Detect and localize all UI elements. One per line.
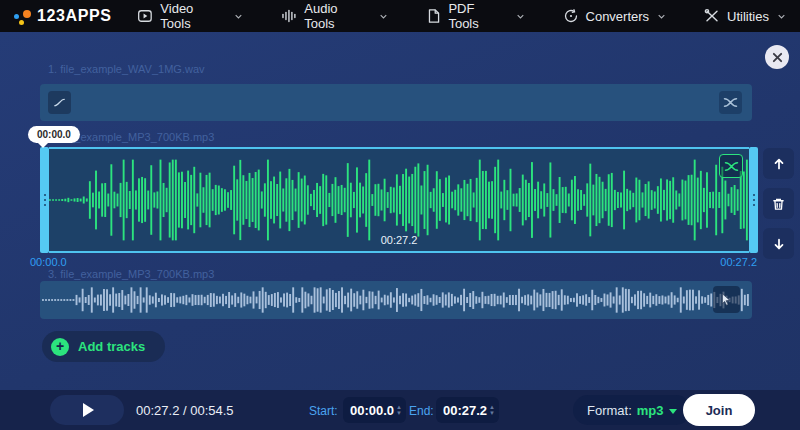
- handle-grip-dots: [753, 194, 755, 206]
- track-2-end-time: 00:27.2: [720, 256, 757, 268]
- format-value: mp3: [637, 403, 664, 418]
- crossfade-icon: [723, 96, 738, 109]
- pdf-tools-icon: [426, 8, 442, 24]
- track-3-row[interactable]: [40, 281, 752, 319]
- chevron-down-icon: [657, 12, 666, 21]
- chevron-down-icon: [234, 12, 243, 21]
- nav-item-label: Utilities: [727, 9, 769, 24]
- nav-item-label: PDF Tools: [448, 1, 507, 31]
- crossfade-button[interactable]: [719, 91, 742, 114]
- stepper-up-icon[interactable]: ▲: [396, 405, 402, 410]
- track-3-hover-button[interactable]: [713, 286, 740, 313]
- converters-icon: [563, 8, 579, 24]
- chevron-down-icon: [669, 409, 677, 414]
- start-time-box: ▲▼: [343, 397, 406, 423]
- track-1-row[interactable]: [40, 84, 752, 121]
- stepper-up-icon[interactable]: ▲: [489, 405, 495, 410]
- crossfade-button-active[interactable]: [719, 154, 743, 178]
- close-button[interactable]: [765, 45, 789, 69]
- format-label: Format:: [587, 403, 632, 418]
- utilities-icon: [704, 8, 720, 24]
- nav-converters[interactable]: Converters: [563, 8, 667, 24]
- end-time-box: ▲▼: [436, 397, 499, 423]
- bottom-toolbar: 00:27.2 / 00:54.5 Start: ▲▼ End: ▲▼ Form…: [0, 390, 800, 430]
- nav-video-tools[interactable]: Video Tools: [137, 1, 243, 31]
- nav-menu: Video Tools Audio Tools PDF Tools: [137, 1, 786, 31]
- cursor-icon: [720, 293, 733, 306]
- start-time-input[interactable]: [350, 403, 396, 418]
- time-display: 00:27.2 / 00:54.5: [136, 403, 234, 418]
- nav-utilities[interactable]: Utilities: [704, 8, 786, 24]
- chevron-down-icon: [516, 12, 525, 21]
- plus-icon: +: [51, 338, 69, 356]
- crossfade-icon: [724, 160, 739, 173]
- fade-curve-button[interactable]: [48, 91, 71, 114]
- nav-pdf-tools[interactable]: PDF Tools: [426, 1, 525, 31]
- track-3-label: 3. file_example_MP3_700KB.mp3: [48, 268, 214, 280]
- fade-curve-icon: [53, 96, 66, 109]
- arrow-down-icon: [772, 237, 786, 251]
- chevron-down-icon: [777, 12, 786, 21]
- join-button[interactable]: Join: [683, 394, 755, 426]
- handle-grip-dots: [44, 194, 46, 206]
- stepper-down-icon[interactable]: ▼: [489, 411, 495, 416]
- playhead-tooltip: 00:00.0: [28, 126, 80, 143]
- chevron-down-icon: [379, 12, 388, 21]
- close-icon: [772, 52, 783, 63]
- logo-text: 123APPS: [37, 7, 111, 25]
- track-2-duration: 00:27.2: [381, 234, 418, 246]
- stepper-down-icon[interactable]: ▼: [396, 411, 402, 416]
- trim-handle-right[interactable]: [749, 147, 758, 253]
- play-button[interactable]: [50, 395, 124, 425]
- format-select[interactable]: Format: mp3: [573, 395, 691, 425]
- logo[interactable]: 123APPS: [14, 7, 111, 25]
- move-track-up-button[interactable]: [763, 148, 794, 179]
- track-1-label: 1. file_example_WAV_1MG.wav: [48, 63, 205, 75]
- track-2-selected[interactable]: 00:27.2: [40, 147, 758, 253]
- top-navbar: 123APPS Video Tools Audio Tools: [0, 0, 800, 32]
- move-track-down-button[interactable]: [763, 228, 794, 259]
- nav-item-label: Converters: [586, 9, 650, 24]
- add-tracks-label: Add tracks: [78, 339, 145, 354]
- end-label: End:: [409, 404, 434, 418]
- nav-item-label: Video Tools: [160, 1, 226, 31]
- audio-tools-icon: [281, 8, 297, 24]
- arrow-up-icon: [772, 157, 786, 171]
- nav-item-label: Audio Tools: [304, 1, 370, 31]
- play-icon: [83, 403, 94, 417]
- track-2-waveform-area[interactable]: 00:27.2: [49, 147, 749, 253]
- video-tools-icon: [137, 8, 153, 24]
- editor-canvas: 1. file_example_WAV_1MG.wav 00:00.0 2. f…: [0, 32, 800, 390]
- end-time-input[interactable]: [443, 403, 489, 418]
- waveform-track-3: [42, 281, 750, 319]
- trim-handle-left[interactable]: [40, 147, 49, 253]
- start-label: Start:: [309, 404, 338, 418]
- track-2-start-time: 00:00.0: [30, 256, 67, 268]
- logo-icon: [14, 8, 31, 25]
- add-tracks-button[interactable]: + Add tracks: [42, 331, 165, 362]
- end-steppers[interactable]: ▲▼: [489, 405, 495, 416]
- delete-track-button[interactable]: [763, 188, 794, 219]
- nav-audio-tools[interactable]: Audio Tools: [281, 1, 387, 31]
- trash-icon: [772, 197, 785, 211]
- start-steppers[interactable]: ▲▼: [396, 405, 402, 416]
